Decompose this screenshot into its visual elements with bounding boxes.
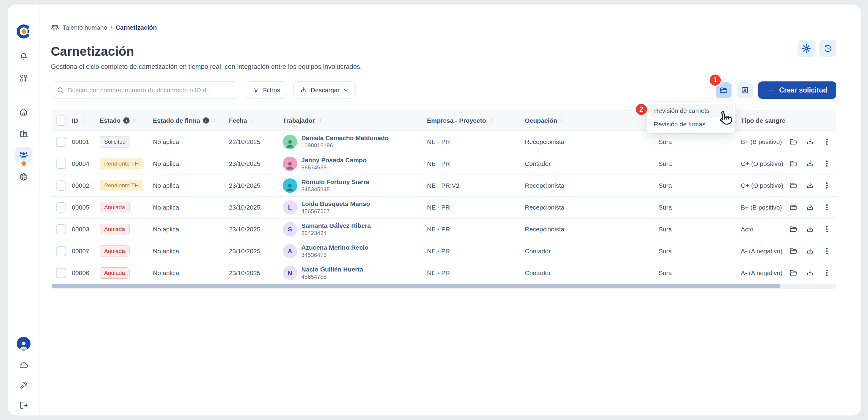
sort-icon[interactable]: ↓↑	[132, 118, 135, 124]
search-input[interactable]	[68, 87, 234, 94]
company-logo[interactable]	[16, 23, 32, 39]
avatar: R	[283, 178, 297, 193]
row-folder-button[interactable]	[789, 247, 798, 256]
worker-name-link[interactable]: Azucena Merino Recio	[301, 244, 368, 251]
column-header-trabajador[interactable]: Trabajador↓↑	[283, 117, 427, 124]
row-checkbox[interactable]	[56, 246, 66, 256]
sort-icon[interactable]: ↓↑	[81, 118, 84, 124]
sidebar-item-globe[interactable]	[17, 170, 30, 183]
worker-document: 1098816196	[301, 142, 389, 149]
sort-icon[interactable]: ↓↑	[212, 118, 215, 124]
row-folder-button[interactable]	[789, 203, 798, 212]
person-photo-icon	[285, 138, 295, 148]
column-header-fecha[interactable]: Fecha↓↑	[229, 117, 283, 124]
worker-name-link[interactable]: Nacio Guillén Huerta	[301, 266, 363, 273]
row-download-button[interactable]	[805, 247, 814, 256]
row-firma: No aplica	[153, 226, 229, 233]
download-icon	[806, 203, 814, 212]
row-download-button[interactable]	[805, 203, 814, 212]
row-more-button[interactable]	[822, 138, 831, 146]
apps-button[interactable]	[17, 71, 30, 85]
table-row: 00001 Solicitud No aplica 22/10/2025 D D…	[51, 131, 836, 153]
row-checkbox[interactable]	[56, 202, 66, 213]
column-header-firma[interactable]: Estado de firmai↓↑	[153, 117, 229, 124]
download-button[interactable]: Descargar	[293, 82, 356, 99]
row-more-button[interactable]	[822, 269, 831, 277]
info-icon[interactable]: i	[123, 117, 129, 124]
row-more-button[interactable]	[822, 159, 831, 168]
row-ocupacion: Recepcionista	[525, 182, 658, 189]
funnel-icon	[252, 87, 260, 94]
row-download-button[interactable]	[805, 138, 814, 146]
row-checkbox[interactable]	[56, 137, 66, 147]
row-download-button[interactable]	[805, 159, 814, 168]
sort-icon[interactable]: ↓↑	[560, 118, 563, 124]
row-download-button[interactable]	[805, 269, 814, 277]
row-checkbox[interactable]	[56, 181, 66, 191]
worker-document: 345345345	[301, 186, 370, 193]
download-icon	[806, 138, 814, 146]
row-checkbox[interactable]	[56, 159, 66, 169]
worker-name-link[interactable]: Rómulo Fortuny Sierra	[301, 178, 370, 186]
row-checkbox[interactable]	[56, 268, 66, 278]
row-actions	[789, 225, 836, 234]
history-button[interactable]	[819, 40, 836, 57]
sidebar-item-company[interactable]	[17, 127, 30, 140]
info-icon[interactable]: i	[203, 117, 209, 124]
user-avatar[interactable]	[17, 337, 31, 351]
sidebar-item-talento-humano[interactable]	[15, 147, 32, 163]
sidebar	[8, 4, 40, 416]
horizontal-scrollbar[interactable]	[51, 284, 836, 289]
worker-name-link[interactable]: Daniela Camacho Maldonado	[301, 134, 389, 142]
row-folder-button[interactable]	[789, 269, 798, 277]
row-sangre: B+ (B positivo)	[741, 204, 789, 211]
row-download-button[interactable]	[805, 225, 814, 234]
worker-name-link[interactable]: Loida Busquets Manso	[301, 200, 370, 208]
sort-icon[interactable]: ↓↑	[317, 118, 321, 124]
row-download-button[interactable]	[805, 181, 814, 190]
worker-document: 56674535	[301, 164, 367, 172]
select-all-checkbox[interactable]	[56, 116, 66, 126]
row-actions	[789, 159, 836, 168]
column-header-empresa[interactable]: Empresa - Proyecto↓↑	[427, 117, 525, 124]
row-ocupacion: Contador	[525, 160, 658, 167]
row-folder-button[interactable]	[789, 159, 798, 168]
header-actions	[798, 40, 836, 57]
row-firma: No aplica	[153, 269, 229, 277]
row-checkbox[interactable]	[56, 224, 66, 234]
row-more-button[interactable]	[822, 225, 831, 234]
sidebar-item-home[interactable]	[17, 106, 30, 119]
row-sangre: A- (A negativo)	[741, 269, 789, 277]
worker-name-link[interactable]: Jenny Posada Campo	[301, 156, 367, 164]
badge-photo-button[interactable]	[737, 82, 753, 98]
create-request-button[interactable]: Crear solicitud	[758, 82, 836, 99]
row-more-button[interactable]	[822, 203, 831, 212]
row-actions	[789, 203, 836, 212]
table-row: 00006 Anulada No aplica 23/10/2025 N Nac…	[51, 262, 836, 284]
kebab-menu-icon	[823, 225, 831, 234]
settings-button[interactable]	[798, 40, 815, 57]
cloud-button[interactable]	[17, 359, 30, 372]
row-folder-button[interactable]	[789, 225, 798, 234]
row-more-button[interactable]	[822, 247, 831, 256]
sort-icon[interactable]: ↓↑	[489, 118, 492, 124]
worker-cell: L Loida Busquets Manso 456567567	[283, 200, 427, 215]
worker-name-link[interactable]: Samanta Gálvez Ribera	[301, 222, 371, 230]
logout-button[interactable]	[17, 399, 30, 412]
row-more-button[interactable]	[822, 181, 831, 190]
tools-button[interactable]	[17, 379, 30, 392]
row-empresa: NE - PR	[427, 138, 525, 146]
column-header-ocupacion[interactable]: Ocupación↓↑	[525, 117, 658, 124]
open-folder-icon	[789, 181, 798, 190]
avatar: J	[283, 156, 297, 171]
column-header-id[interactable]: ID↓↑	[72, 117, 100, 124]
filters-button[interactable]: Filtros	[246, 82, 287, 99]
notifications-button[interactable]	[17, 50, 30, 63]
row-folder-button[interactable]	[789, 138, 798, 146]
breadcrumb-section[interactable]: Talento humano	[63, 24, 107, 31]
sort-icon[interactable]: ↓↑	[250, 118, 253, 124]
scrollbar-thumb[interactable]	[52, 284, 780, 288]
column-header-sangre[interactable]: Tipo de sangre	[741, 117, 789, 124]
column-header-estado[interactable]: Estadoi↓↑	[100, 117, 153, 124]
row-folder-button[interactable]	[789, 181, 798, 190]
